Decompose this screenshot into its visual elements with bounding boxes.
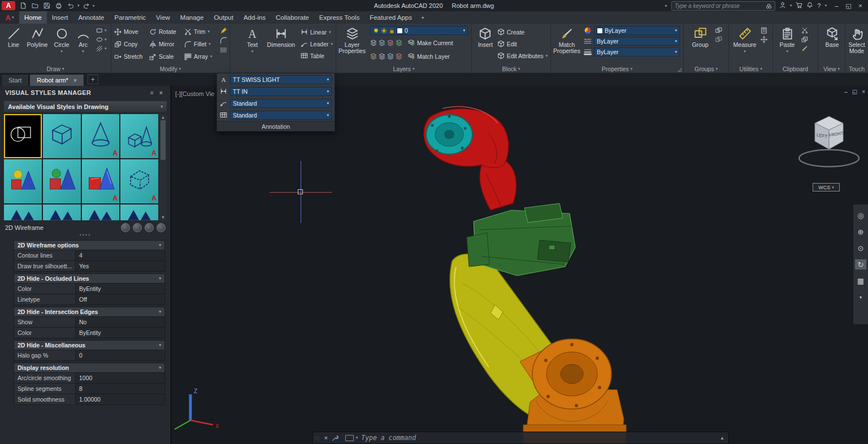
- palette-title-bar[interactable]: VISUAL STYLES MANAGER ≡ ×: [0, 86, 171, 99]
- arc-dropdown-arrow[interactable]: ▾: [82, 48, 84, 54]
- match-clip-icon[interactable]: [801, 45, 808, 52]
- multileader-style-select[interactable]: Standard▾: [230, 99, 332, 108]
- object-color-select[interactable]: ByLayer ▾: [594, 26, 680, 35]
- line-tool-button[interactable]: Line: [3, 25, 24, 64]
- property-value[interactable]: ByEntity: [75, 328, 164, 338]
- minimize-button[interactable]: –: [831, 2, 843, 10]
- redo-button[interactable]: [81, 1, 92, 10]
- plot-button[interactable]: [54, 1, 64, 10]
- property-value[interactable]: 1000: [75, 373, 164, 383]
- property-section-header[interactable]: 2D Hide - Intersection Edges▾: [14, 307, 165, 317]
- property-value[interactable]: ByEntity: [75, 284, 164, 294]
- arc-tool-button[interactable]: Arc ▾: [73, 25, 93, 64]
- palette-close-icon[interactable]: ×: [157, 90, 166, 96]
- section-collapse-icon[interactable]: ▾: [159, 243, 161, 247]
- view-panel-footer[interactable]: View▾: [818, 64, 845, 73]
- fillet-tool-button[interactable]: Fillet▾: [183, 38, 218, 50]
- visual-style-thumbnail-partial[interactable]: [120, 204, 158, 220]
- ribbon-tab-annotate[interactable]: Annotate: [73, 11, 109, 24]
- dimension-tool-button[interactable]: Dimension: [267, 25, 296, 64]
- group-button[interactable]: Group: [688, 25, 712, 64]
- file-tab-start[interactable]: Start: [1, 74, 29, 86]
- circle-tool-button[interactable]: Circle ▾: [51, 25, 72, 64]
- circle-dropdown-arrow[interactable]: ▾: [60, 48, 63, 54]
- annotation-flyout-footer[interactable]: Annotation: [217, 121, 335, 131]
- drawing-restore-icon[interactable]: ◱: [852, 89, 857, 95]
- layer-lock-tool-icon[interactable]: [396, 40, 402, 46]
- visual-style-thumbnail-realistic-solids[interactable]: A: [82, 159, 120, 203]
- modify-panel-footer[interactable]: Modify▾: [111, 64, 229, 73]
- linetype-select[interactable]: ByLayer ▾: [594, 37, 680, 46]
- hatch-icon[interactable]: [96, 45, 103, 52]
- open-file-button[interactable]: [30, 1, 40, 10]
- property-value[interactable]: 8: [75, 384, 164, 394]
- file-tab-robot-arm[interactable]: Robot arm* ×: [29, 74, 84, 86]
- make-current-button[interactable]: Make Current: [406, 37, 455, 49]
- create-block-button[interactable]: Create: [496, 26, 549, 38]
- layer-off-icon[interactable]: [370, 40, 377, 46]
- property-section-header[interactable]: 2D Hide - Occluded Lines▾: [14, 273, 165, 284]
- section-collapse-icon[interactable]: ▾: [159, 276, 161, 281]
- viewport-controls-label[interactable]: [-][Custom Vie: [175, 90, 215, 97]
- draw-panel-footer[interactable]: Draw▾: [0, 64, 111, 73]
- app-store-button[interactable]: [796, 2, 802, 10]
- ribbon-tab-view[interactable]: View: [151, 11, 175, 24]
- text-dropdown-arrow[interactable]: ▾: [251, 48, 254, 54]
- quick-calc-icon[interactable]: [761, 27, 767, 34]
- layer-properties-button[interactable]: Layer Properties: [337, 25, 367, 64]
- base-view-button[interactable]: Base: [821, 25, 844, 64]
- command-line[interactable]: ∷ × ▾ Type a command ▲: [313, 432, 729, 444]
- rectangle-icon[interactable]: [96, 27, 103, 34]
- clipboard-panel-footer[interactable]: Clipboard: [773, 64, 818, 73]
- recent-commands-arrow[interactable]: ▾: [356, 436, 358, 440]
- color-wheel-icon[interactable]: [584, 27, 592, 34]
- ribbon-tab-featured-apps[interactable]: Featured Apps: [364, 11, 417, 24]
- copy-clip-icon[interactable]: [801, 36, 808, 43]
- export-style-button[interactable]: [145, 223, 154, 232]
- pan-icon[interactable]: ⊕: [855, 227, 866, 237]
- cut-icon[interactable]: [801, 27, 808, 34]
- stay-connected-button[interactable]: [806, 2, 813, 10]
- palette-menu-icon[interactable]: ≡: [147, 90, 157, 96]
- layer-unlock-icon[interactable]: [370, 53, 377, 60]
- scale-tool-button[interactable]: Scale: [147, 51, 183, 63]
- ribbon-tab-express-tools[interactable]: Express Tools: [314, 11, 364, 24]
- groups-panel-footer[interactable]: Groups▾: [684, 64, 728, 73]
- trim-tool-button[interactable]: Trim▾: [183, 26, 218, 38]
- property-value[interactable]: No: [75, 317, 164, 327]
- zoom-icon[interactable]: ⊙: [855, 243, 866, 253]
- drawing-close-icon[interactable]: ×: [862, 89, 865, 95]
- autocad-logo[interactable]: A: [2, 1, 15, 10]
- command-history-arrow[interactable]: ▲: [720, 436, 728, 441]
- visual-style-thumbnail-sketchy-box[interactable]: A: [120, 159, 158, 203]
- property-value[interactable]: 0: [75, 350, 164, 360]
- property-value[interactable]: 4: [75, 250, 164, 260]
- block-panel-footer[interactable]: Block▾: [472, 64, 550, 73]
- dimension-style-select[interactable]: TT IN▾: [230, 87, 332, 96]
- utilities-panel-footer[interactable]: Utilities▾: [729, 64, 772, 73]
- ribbon-tab-add-ins[interactable]: Add-ins: [238, 11, 271, 24]
- qat-customize-arrow[interactable]: ▸: [93, 3, 96, 8]
- visual-style-thumbnail-2d-wireframe[interactable]: [4, 114, 42, 158]
- ribbon-tab-home[interactable]: Home: [19, 11, 47, 24]
- property-value[interactable]: Yes: [75, 261, 164, 271]
- group-edit-icon[interactable]: [715, 36, 722, 43]
- file-tab-close-icon[interactable]: ×: [73, 77, 77, 84]
- viewcube[interactable]: LEFT FRONT: [796, 108, 862, 172]
- layer-isolate-icon[interactable]: [379, 40, 385, 46]
- apply-style-button[interactable]: [133, 223, 142, 232]
- property-value[interactable]: 1.00000: [75, 394, 164, 404]
- property-value[interactable]: Off: [75, 294, 164, 304]
- measure-dropdown-arrow[interactable]: ▾: [744, 48, 746, 54]
- id-point-icon[interactable]: [761, 36, 767, 43]
- linetype-edit-icon[interactable]: [220, 46, 227, 54]
- section-collapse-icon[interactable]: ▾: [159, 310, 161, 314]
- layer-walk-icon[interactable]: [379, 53, 385, 60]
- application-menu-button[interactable]: A▾: [0, 11, 19, 24]
- scroll-up-icon[interactable]: ▲: [161, 114, 165, 120]
- table-style-select[interactable]: Standard▾: [230, 111, 332, 120]
- undo-button[interactable]: [66, 1, 76, 10]
- property-section-header[interactable]: 2D Wireframe options▾: [14, 240, 165, 250]
- move-tool-button[interactable]: Move: [112, 26, 147, 38]
- stretch-tool-button[interactable]: Stretch: [112, 51, 147, 63]
